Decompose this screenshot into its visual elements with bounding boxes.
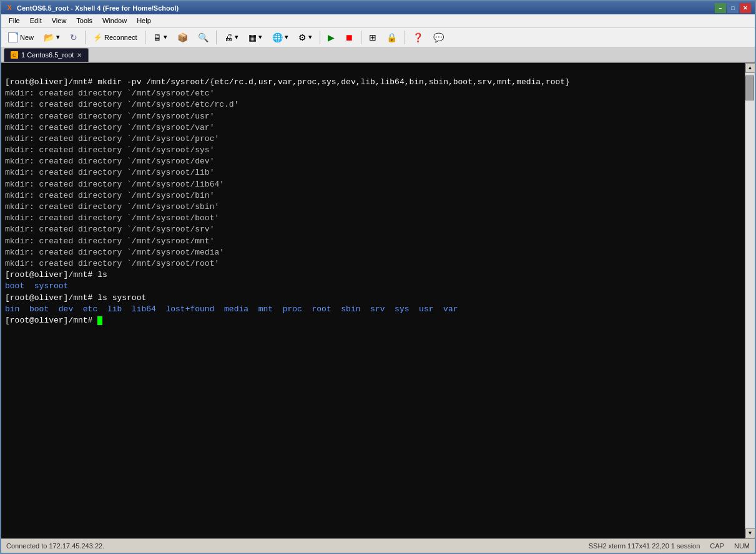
terminal[interactable]: [root@oliver]/mnt# mkdir -pv /mnt/sysroo… xyxy=(1,63,745,538)
status-bar: Connected to 172.17.45.243:22. SSH2 xter… xyxy=(1,538,755,553)
separator-1 xyxy=(85,31,86,44)
reconnect-icon: ⚡ xyxy=(93,33,102,42)
globe-icon: 🌐 xyxy=(272,32,283,42)
find-btn[interactable]: 🔍 xyxy=(194,30,213,45)
lock-btn[interactable]: 🔒 xyxy=(382,30,401,45)
refresh-icon: ↻ xyxy=(70,32,77,42)
separator-5 xyxy=(361,31,361,44)
separator-4 xyxy=(320,31,320,44)
session1-icon: ▶ xyxy=(328,32,335,42)
open-dropdown-icon: ▾ xyxy=(56,33,60,41)
connection-status: Connected to 172.17.45.243:22. xyxy=(6,542,589,550)
settings-dropdown: ▾ xyxy=(308,33,312,41)
help-btn[interactable]: ❓ xyxy=(408,30,428,45)
toolbar: New 📂 ▾ ↻ ⚡ Reconnect 🖥 ▾ 📦 🔍 🖨 ▾ xyxy=(1,28,755,47)
menu-window[interactable]: Window xyxy=(97,14,132,27)
menu-tools[interactable]: Tools xyxy=(71,14,97,27)
globe-btn[interactable]: 🌐 ▾ xyxy=(268,30,293,45)
maximize-button[interactable]: □ xyxy=(727,3,739,13)
open-button[interactable]: 📂 ▾ xyxy=(39,30,64,45)
session2-icon: ⏹ xyxy=(345,32,353,42)
minimize-button[interactable]: – xyxy=(715,3,726,13)
close-button[interactable]: ✕ xyxy=(740,3,751,13)
separator-2 xyxy=(145,31,145,44)
tab-centos[interactable]: C 1 Centos6.5_root ✕ xyxy=(4,48,89,62)
transfer-btn[interactable]: 📦 xyxy=(173,30,192,45)
grid-dropdown: ▾ xyxy=(258,33,262,41)
find-icon: 🔍 xyxy=(198,32,209,42)
print-icon: 🖨 xyxy=(224,32,233,42)
reconnect-button[interactable]: ⚡ Reconnect xyxy=(89,30,142,45)
open-icon: 📂 xyxy=(44,32,54,42)
window-controls: – □ ✕ xyxy=(715,3,751,13)
transfer-icon: 📦 xyxy=(177,32,188,42)
settings-btn[interactable]: ⚙ ▾ xyxy=(294,30,317,45)
help-icon: ❓ xyxy=(413,32,423,42)
settings-icon: ⚙ xyxy=(298,32,307,42)
menu-help[interactable]: Help xyxy=(132,14,156,27)
chat-btn[interactable]: 💬 xyxy=(429,30,448,45)
globe-dropdown: ▾ xyxy=(285,33,288,41)
ssh-info: SSH2 xterm 117x41 22,20 1 session xyxy=(589,542,700,550)
status-right: SSH2 xterm 117x41 22,20 1 session CAP NU… xyxy=(589,542,750,550)
new-icon xyxy=(8,32,18,42)
tab-label: 1 Centos6.5_root xyxy=(21,51,74,59)
grid-icon: ▦ xyxy=(248,32,257,42)
terminal-content: [root@oliver]/mnt# mkdir -pv /mnt/sysroo… xyxy=(5,66,741,338)
scroll-thumb[interactable] xyxy=(745,75,754,100)
hashtag-btn[interactable]: ⊞ xyxy=(365,30,381,45)
window-title: CentOS6.5_root - Xshell 4 (Free for Home… xyxy=(17,4,715,12)
scrollbar[interactable]: ▲ ▼ xyxy=(745,63,755,538)
num-lock-indicator: NUM xyxy=(734,542,750,550)
display-dropdown: ▾ xyxy=(164,33,167,41)
menu-file[interactable]: File xyxy=(4,14,25,27)
print-dropdown: ▾ xyxy=(235,33,238,41)
menu-view[interactable]: View xyxy=(47,14,72,27)
title-bar: X CentOS6.5_root - Xshell 4 (Free for Ho… xyxy=(1,1,755,14)
session-btn1[interactable]: ▶ xyxy=(323,30,339,45)
new-button[interactable]: New xyxy=(4,30,38,45)
menu-bar: File Edit View Tools Window Help xyxy=(1,14,755,27)
refresh-button[interactable]: ↻ xyxy=(66,30,82,45)
print-btn[interactable]: 🖨 ▾ xyxy=(220,30,243,45)
scroll-down-button[interactable]: ▼ xyxy=(745,528,755,538)
session-btn2[interactable]: ⏹ xyxy=(340,30,358,45)
separator-3 xyxy=(216,31,217,44)
chat-icon: 💬 xyxy=(433,32,444,42)
grid-btn[interactable]: ▦ ▾ xyxy=(244,30,267,45)
app-icon: X xyxy=(5,4,14,12)
new-button-label: New xyxy=(20,34,34,41)
display-icon: 🖥 xyxy=(153,32,162,42)
menu-edit[interactable]: Edit xyxy=(25,14,47,27)
scroll-up-button[interactable]: ▲ xyxy=(745,63,755,73)
lock-icon: 🔒 xyxy=(386,32,397,42)
tab-icon: C xyxy=(11,51,18,59)
main-area: [root@oliver]/mnt# mkdir -pv /mnt/sysroo… xyxy=(1,63,755,538)
reconnect-label: Reconnect xyxy=(104,34,137,41)
tab-bar: C 1 Centos6.5_root ✕ xyxy=(1,47,755,63)
hashtag-icon: ⊞ xyxy=(369,32,376,42)
separator-6 xyxy=(405,31,405,44)
tab-close-button[interactable]: ✕ xyxy=(77,52,82,59)
caps-lock-indicator: CAP xyxy=(710,542,724,550)
display-btn[interactable]: 🖥 ▾ xyxy=(149,30,172,45)
